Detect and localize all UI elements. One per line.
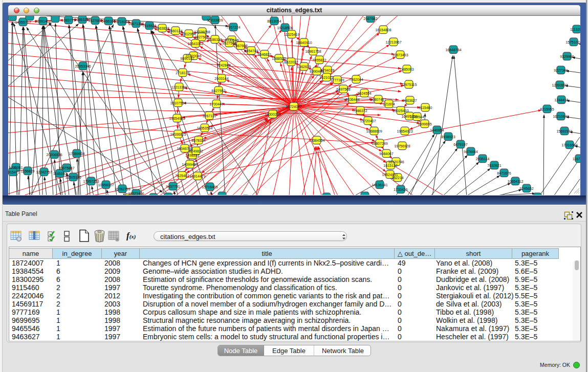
- svg-text:10958107: 10958107: [98, 183, 114, 187]
- svg-text:14136141: 14136141: [372, 183, 387, 187]
- svg-text:16033809: 16033809: [207, 18, 223, 22]
- svg-text:6497568: 6497568: [336, 87, 350, 91]
- svg-text:17957253: 17957253: [83, 180, 99, 183]
- svg-text:2935114: 2935114: [476, 157, 490, 161]
- svg-text:20691406: 20691406: [35, 19, 51, 23]
- svg-text:2867608: 2867608: [233, 44, 247, 48]
- svg-text:8454749: 8454749: [244, 49, 258, 53]
- svg-text:6479197: 6479197: [453, 143, 467, 146]
- svg-text:621604: 621604: [383, 102, 395, 106]
- svg-text:7515526: 7515526: [142, 24, 156, 28]
- svg-text:8471676: 8471676: [497, 171, 511, 175]
- svg-text:7632621: 7632621: [487, 164, 501, 167]
- svg-text:16671355: 16671355: [128, 22, 144, 26]
- svg-text:9227349: 9227349: [554, 69, 568, 72]
- svg-text:1156829: 1156829: [21, 169, 35, 173]
- svg-text:1527602: 1527602: [88, 19, 102, 23]
- svg-text:7485003: 7485003: [400, 68, 413, 71]
- svg-text:8660124: 8660124: [168, 29, 182, 33]
- svg-text:10025433: 10025433: [393, 109, 408, 113]
- svg-text:19654985: 19654985: [169, 117, 185, 120]
- svg-text:16648784: 16648784: [445, 48, 461, 52]
- svg-text:15720407: 15720407: [360, 119, 376, 123]
- svg-text:16961758: 16961758: [305, 50, 321, 53]
- svg-text:3498222: 3498222: [185, 154, 199, 157]
- svg-text:16107554: 16107554: [170, 101, 186, 105]
- svg-text:2603144: 2603144: [214, 77, 228, 80]
- svg-text:1235061: 1235061: [9, 166, 23, 169]
- svg-text:10719155: 10719155: [114, 20, 129, 24]
- svg-text:2336444: 2336444: [345, 98, 359, 101]
- svg-text:16120746: 16120746: [388, 160, 404, 164]
- svg-text:9245652: 9245652: [519, 187, 533, 190]
- svg-text:10807487: 10807487: [370, 98, 386, 101]
- svg-text:18724007: 18724007: [286, 105, 301, 108]
- svg-text:26053346: 26053346: [75, 64, 91, 68]
- svg-text:16914479: 16914479: [189, 174, 205, 178]
- svg-text:1733426: 1733426: [394, 188, 407, 191]
- svg-text:12242757: 12242757: [36, 170, 52, 174]
- svg-text:1440954: 1440954: [430, 128, 444, 132]
- svg-text:12093873: 12093873: [552, 83, 568, 87]
- svg-text:1249822: 1249822: [189, 149, 203, 153]
- svg-text:19384554: 19384554: [309, 139, 324, 142]
- svg-text:9474444: 9474444: [464, 150, 477, 154]
- svg-text:12975115: 12975115: [401, 83, 417, 86]
- svg-text:7625402: 7625402: [175, 174, 189, 178]
- svg-text:16154808: 16154808: [375, 28, 391, 32]
- svg-text:6794028: 6794028: [320, 69, 334, 72]
- svg-text:10688609: 10688609: [366, 129, 382, 133]
- svg-text:1113292: 1113292: [570, 28, 580, 31]
- svg-text:20206536: 20206536: [46, 153, 62, 157]
- svg-text:7663822: 7663822: [155, 27, 169, 30]
- svg-text:3267110: 3267110: [203, 114, 216, 118]
- svg-text:14099489: 14099489: [182, 163, 198, 166]
- svg-text:7986372: 7986372: [353, 109, 367, 113]
- svg-text:30975867: 30975867: [58, 166, 74, 170]
- svg-text:15751074: 15751074: [565, 40, 580, 44]
- svg-text:12213369: 12213369: [171, 85, 187, 89]
- svg-text:19166825: 19166825: [170, 133, 186, 136]
- svg-text:17016504: 17016504: [561, 143, 577, 147]
- svg-text:9463627: 9463627: [403, 99, 417, 102]
- svg-text:9646821: 9646821: [257, 53, 271, 56]
- svg-text:1244415: 1244415: [554, 98, 568, 102]
- svg-text:8186323: 8186323: [208, 38, 222, 41]
- svg-text:252214: 252214: [391, 176, 403, 180]
- svg-text:9827500: 9827500: [194, 35, 208, 39]
- svg-text:9329966: 9329966: [560, 55, 574, 58]
- svg-text:3915471: 3915471: [8, 170, 20, 174]
- svg-text:2087682: 2087682: [363, 17, 377, 20]
- svg-text:8427552: 8427552: [211, 89, 225, 93]
- svg-text:1615132: 1615132: [383, 164, 397, 167]
- svg-text:19756928: 19756928: [394, 144, 410, 148]
- svg-text:1700447: 1700447: [209, 102, 223, 106]
- svg-text:9777169: 9777169: [330, 78, 344, 82]
- svg-text:1362635: 1362635: [297, 65, 311, 69]
- svg-text:7955822: 7955822: [312, 58, 326, 62]
- svg-text:1167533: 1167533: [573, 157, 580, 161]
- svg-text:18300295: 18300295: [265, 113, 280, 116]
- svg-text:14055717: 14055717: [15, 20, 31, 24]
- svg-text:10654112: 10654112: [508, 180, 524, 183]
- svg-text:18807249: 18807249: [372, 142, 387, 145]
- svg-text:9084067: 9084067: [379, 152, 393, 156]
- svg-text:11325419: 11325419: [284, 33, 300, 36]
- svg-text:7957224: 7957224: [226, 26, 240, 29]
- svg-text:8938923: 8938923: [441, 135, 455, 139]
- svg-text:10973493: 10973493: [392, 53, 408, 57]
- svg-text:9699695: 9699695: [418, 122, 431, 126]
- svg-text:15692971: 15692971: [556, 129, 572, 133]
- svg-text:17359934: 17359934: [69, 152, 84, 156]
- svg-text:12323466: 12323466: [128, 192, 144, 195]
- svg-text:12213967: 12213967: [385, 40, 401, 44]
- svg-text:16210643: 16210643: [553, 115, 569, 118]
- svg-text:1383779: 1383779: [61, 18, 75, 22]
- svg-text:18640910: 18640910: [296, 41, 312, 45]
- svg-text:15716485: 15716485: [202, 185, 217, 189]
- svg-text:7462044: 7462044: [349, 78, 363, 81]
- svg-text:9457791: 9457791: [166, 185, 180, 188]
- svg-text:9242848: 9242848: [216, 63, 230, 67]
- svg-text:19218506: 19218506: [277, 26, 293, 30]
- svg-text:13226058: 13226058: [194, 30, 210, 34]
